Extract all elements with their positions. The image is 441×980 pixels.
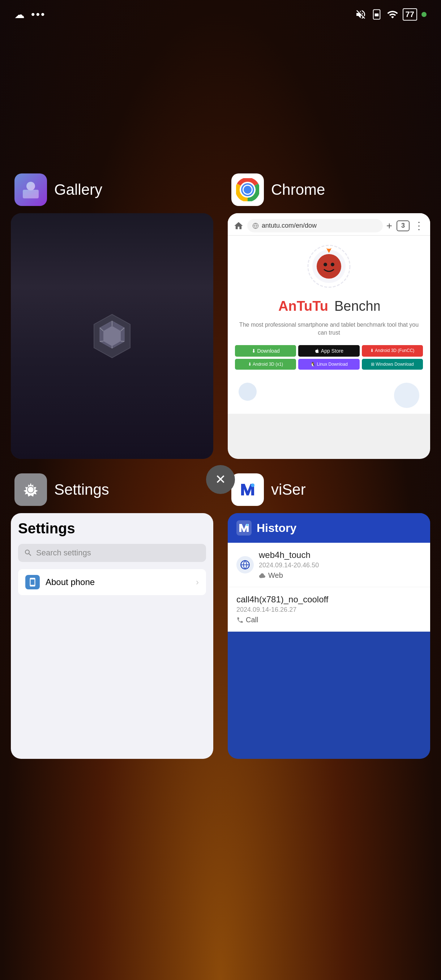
dl-android-x1[interactable]: ⬇ Android 3D (x1): [235, 359, 296, 370]
home-icon: [234, 221, 244, 231]
viser-history-item-1[interactable]: web4h_touch 2024.09.14-20.46.50 Web: [228, 543, 430, 587]
viser-item-1-date: 2024.09.14-20.46.50: [259, 562, 319, 569]
viser-item-1-type: Web: [268, 571, 283, 580]
cloud-icon: ☁: [14, 9, 25, 21]
svg-point-27: [28, 487, 33, 492]
gallery-hex-logo: [87, 311, 137, 361]
viser-history-item-2[interactable]: call4h(x781)_no_cooloff 2024.09.14-16.26…: [228, 587, 430, 632]
svg-point-31: [246, 524, 248, 526]
antutu-subtitle: The most professional smartphone and tab…: [235, 321, 423, 337]
cloud-icon-small: [259, 572, 266, 579]
close-button[interactable]: ✕: [206, 465, 235, 494]
status-left: ☁ •••: [14, 8, 46, 21]
phone-small-icon: [236, 616, 244, 624]
status-right: 77: [355, 8, 427, 21]
about-phone-chevron: ›: [196, 577, 199, 587]
chrome-footer-deco: [228, 377, 430, 414]
svg-point-21: [323, 263, 327, 266]
more-btn[interactable]: ⋮: [414, 220, 424, 232]
settings-app-name: Settings: [54, 481, 109, 498]
viser-item-2-date: 2024.09.14-16.26.27: [236, 606, 328, 614]
viser-icon-container: [231, 473, 264, 506]
settings-card[interactable]: Settings Settings Search settings: [11, 473, 213, 759]
viser-item-1-info: web4h_touch 2024.09.14-20.46.50 Web: [259, 550, 319, 580]
viser-item-2-type: Call: [246, 616, 258, 624]
chrome-icon-container: [231, 173, 264, 206]
dl-windows[interactable]: ⊞ Windows Download: [362, 359, 423, 370]
about-phone-icon: [25, 575, 40, 589]
close-icon: ✕: [215, 472, 226, 487]
svg-text:Benchmark: Benchmark: [334, 299, 380, 313]
viser-item-1-title: web4h_touch: [259, 550, 319, 560]
search-placeholder: Search settings: [36, 548, 91, 558]
settings-title: Settings: [18, 520, 206, 537]
gallery-icon: [14, 173, 47, 206]
antutu-content: AnTuTu Benchmark The most professional s…: [228, 235, 430, 377]
chrome-header: Chrome: [228, 173, 430, 206]
download-buttons: ⬇ Download App Store ⬇ Android 3D (FunCC…: [235, 345, 423, 370]
mute-icon: [355, 9, 366, 20]
antutu-logo-text: AnTuTu Benchmark: [279, 296, 380, 314]
gallery-card[interactable]: Gallery: [11, 173, 213, 459]
settings-preview[interactable]: Settings Search settings About phone ›: [11, 513, 213, 759]
dl-appstore[interactable]: App Store: [298, 345, 359, 357]
viser-item-2-info: call4h(x781)_no_cooloff 2024.09.14-16.26…: [236, 595, 328, 624]
dl-android-fcl[interactable]: ⬇ Android 3D (FunCC): [362, 345, 423, 357]
viser-history-header: History: [228, 513, 430, 543]
viser-app-name: viSer: [271, 481, 306, 498]
gallery-header: Gallery: [11, 173, 213, 206]
active-indicator: [422, 12, 427, 17]
dl-android[interactable]: ⬇ Download: [235, 345, 296, 357]
viser-item-2-sub: Call: [236, 616, 328, 624]
settings-content: Settings Search settings About phone ›: [11, 513, 213, 602]
dl-linux[interactable]: 🐧 Linux Download: [298, 359, 359, 370]
svg-point-20: [317, 254, 341, 278]
chrome-app-name: Chrome: [271, 181, 325, 198]
url-bar[interactable]: antutu.com/en/dow: [247, 219, 383, 232]
search-icon: [24, 549, 33, 557]
viser-item-2-title: call4h(x781)_no_cooloff: [236, 595, 328, 605]
viser-history-list: web4h_touch 2024.09.14-20.46.50 Web: [228, 543, 430, 632]
sim-icon: [371, 9, 382, 20]
svg-point-22: [331, 263, 334, 266]
gallery-app-name: Gallery: [54, 181, 102, 198]
antutu-logo-area: [306, 243, 352, 291]
svg-rect-1: [374, 13, 379, 16]
deco-bubble-right: [394, 383, 419, 408]
battery-indicator: 77: [403, 8, 417, 21]
svg-rect-3: [23, 190, 39, 198]
viser-item-1-sub: Web: [259, 571, 319, 580]
viser-card[interactable]: viSer History: [228, 473, 430, 759]
chrome-icon: [236, 178, 259, 201]
viser-app-icon: [236, 478, 259, 501]
viser-preview[interactable]: History web4h_touch: [228, 513, 430, 759]
svg-text:AnTuTu: AnTuTu: [279, 299, 328, 313]
about-phone-label: About phone: [46, 577, 190, 587]
settings-gear-icon: [20, 479, 41, 501]
chrome-preview[interactable]: antutu.com/en/dow + 3 ⋮: [228, 213, 430, 459]
phone-icon: [28, 578, 37, 587]
three-dots: •••: [31, 8, 46, 21]
svg-point-2: [26, 182, 35, 191]
add-tab-btn[interactable]: +: [387, 220, 392, 232]
url-security-icon: [252, 223, 259, 229]
chrome-card[interactable]: Chrome antutu.com/en/dow +: [228, 173, 430, 459]
chrome-browser-bar: antutu.com/en/dow + 3 ⋮: [228, 213, 430, 235]
svg-point-16: [244, 186, 252, 194]
svg-line-9: [121, 341, 124, 342]
gallery-preview[interactable]: [11, 213, 213, 459]
viser-history-title: History: [256, 522, 296, 535]
settings-header: Settings: [11, 473, 213, 506]
battery-level: 77: [403, 8, 417, 21]
deco-bubble-left: [239, 383, 256, 401]
url-text: antutu.com/en/dow: [262, 222, 317, 229]
viser-header-top: viSer: [228, 473, 430, 506]
tab-count[interactable]: 3: [396, 220, 409, 231]
status-bar: ☁ ••• 77: [0, 0, 441, 29]
svg-rect-28: [236, 478, 259, 501]
antutu-branding: AnTuTu Benchmark: [279, 296, 380, 316]
web-icon: [240, 560, 250, 570]
settings-search-bar[interactable]: Search settings: [18, 544, 206, 562]
settings-about-phone[interactable]: About phone ›: [18, 569, 206, 595]
wifi-icon: [387, 9, 398, 20]
